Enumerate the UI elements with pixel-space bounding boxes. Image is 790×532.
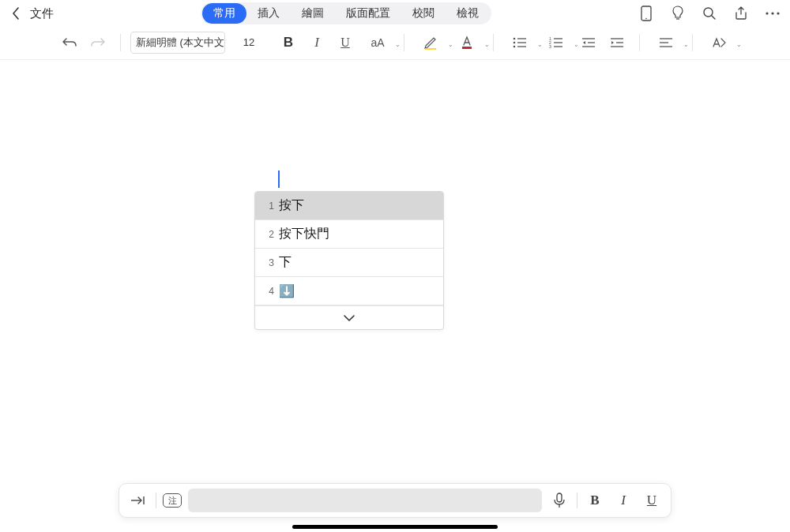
styles-icon [711,36,727,49]
ime-candidate-1[interactable]: 1 按下 [255,192,443,220]
tips-button[interactable] [670,6,686,21]
svg-point-1 [645,18,647,20]
back-button[interactable] [6,4,25,23]
ribbon-toolbar: 新細明體 (本文中文 12 B I U aA⌄ ⌄ ⌄ ⌄ 123 ⌄ ⌄ ⌄ [0,25,790,60]
bold-button[interactable]: B [276,30,301,55]
tab-draw[interactable]: 繪圖 [291,3,335,24]
align-icon [659,37,673,48]
font-color-icon [460,36,474,50]
numbered-list-button[interactable]: 123 ⌄ [540,30,573,55]
svg-rect-9 [462,47,472,49]
mobile-view-button[interactable] [638,6,654,21]
underline-button[interactable]: U [333,30,358,55]
svg-point-11 [514,41,516,43]
svg-point-12 [514,45,516,47]
ime-expand-button[interactable] [255,305,443,329]
bullet-list-button[interactable]: ⌄ [503,30,536,55]
ime-candidate-2[interactable]: 2 按下快門 [255,220,443,249]
chevron-left-icon [12,7,20,20]
lightbulb-icon [672,6,684,21]
redo-button[interactable] [85,30,111,55]
candidate-text: 按下快門 [279,226,329,242]
alignment-button[interactable]: ⌄ [649,30,683,55]
svg-point-6 [771,12,773,14]
decrease-indent-button[interactable] [576,30,601,55]
highlight-button[interactable]: ⌄ [414,30,447,55]
topbar-actions [638,6,781,21]
svg-rect-33 [557,493,562,502]
change-case-button[interactable]: aA⌄ [361,30,394,55]
zhuyin-label: 注 [168,495,177,507]
italic-shortcut-button[interactable]: I [612,489,634,511]
candidate-number: 3 [263,257,274,268]
outdent-icon [581,37,596,48]
ribbon-tabs: 常用 插入 繪圖 版面配置 校閱 檢視 [201,2,491,24]
font-size-selector[interactable]: 12 [236,32,261,54]
dictation-button[interactable] [548,489,570,511]
home-indicator [292,525,498,529]
indent-icon [610,37,624,48]
input-accessory-bar: 注 B I U [118,483,672,518]
tab-view[interactable]: 檢視 [446,3,490,24]
undo-icon [62,36,77,49]
increase-indent-button[interactable] [604,30,630,55]
svg-text:3: 3 [549,44,551,48]
search-icon [702,6,717,21]
highlighter-icon [423,36,438,50]
ime-input-field[interactable] [188,489,542,512]
svg-point-3 [704,8,713,17]
svg-point-10 [514,37,516,39]
document-title: 文件 [30,6,54,21]
search-button[interactable] [702,6,717,21]
ime-candidate-panel: 1 按下 2 按下快門 3 下 4 ⬇️ [254,191,444,330]
undo-button[interactable] [57,30,82,55]
tab-insert[interactable]: 插入 [246,3,291,24]
font-color-button[interactable]: ⌄ [450,30,483,55]
redo-icon [90,36,106,49]
candidate-text: 下 [279,254,292,271]
svg-point-5 [766,12,768,14]
svg-line-4 [712,16,715,19]
italic-button[interactable]: I [304,30,329,55]
more-button[interactable] [765,6,781,21]
font-family-selector[interactable]: 新細明體 (本文中文 [130,32,225,54]
document-canvas[interactable]: 1 按下 2 按下快門 3 下 4 ⬇️ [0,60,790,477]
bullet-list-icon [513,37,527,48]
zhuyin-toggle-button[interactable]: 注 [163,493,182,508]
ellipsis-icon [766,12,780,15]
svg-point-7 [777,12,779,14]
chevron-down-icon [343,314,356,322]
tab-review[interactable]: 校閱 [401,3,446,24]
share-icon [734,6,748,21]
phone-icon [641,6,652,21]
candidate-emoji: ⬇️ [279,283,295,298]
text-cursor [278,170,280,188]
ime-candidate-4[interactable]: 4 ⬇️ [255,277,443,305]
candidate-text: 按下 [279,197,304,214]
separator [577,493,577,508]
ime-candidate-3[interactable]: 3 下 [255,249,443,277]
separator [156,493,156,508]
styles-button[interactable]: ⌄ [702,30,735,55]
underline-shortcut-button[interactable]: U [641,489,663,511]
candidate-number: 1 [263,200,274,212]
candidate-number: 2 [263,229,274,240]
tab-icon [130,495,146,506]
share-button[interactable] [733,6,749,21]
numbered-list-icon: 123 [549,37,563,48]
tab-key-button[interactable] [127,489,149,511]
topbar: 文件 常用 插入 繪圖 版面配置 校閱 檢視 [0,0,790,25]
bold-shortcut-button[interactable]: B [584,489,606,511]
candidate-number: 4 [263,286,274,297]
tab-layout[interactable]: 版面配置 [335,3,401,24]
microphone-icon [554,493,565,508]
tab-home[interactable]: 常用 [202,3,246,24]
